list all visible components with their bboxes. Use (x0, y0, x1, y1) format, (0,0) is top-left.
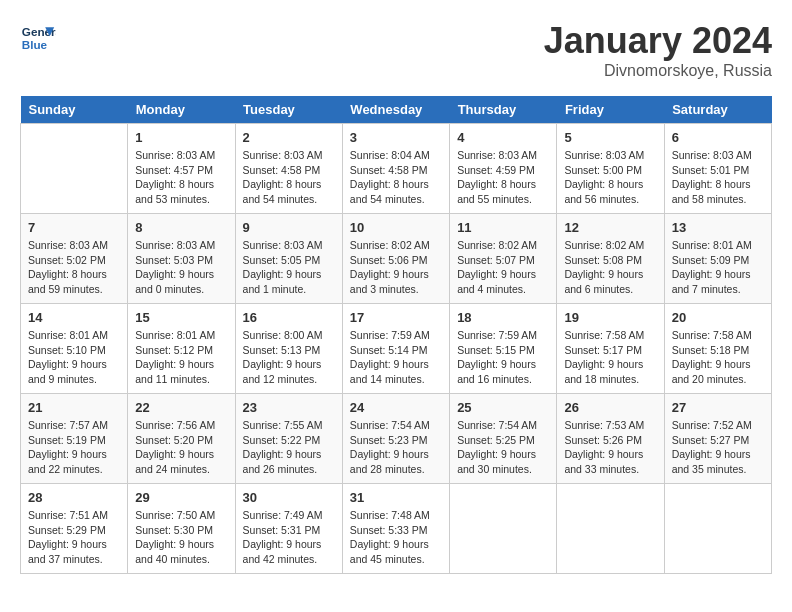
empty-cell (21, 124, 128, 214)
day-number: 24 (350, 400, 442, 415)
day-cell-26: 26Sunrise: 7:53 AMSunset: 5:26 PMDayligh… (557, 394, 664, 484)
day-number: 15 (135, 310, 227, 325)
day-cell-16: 16Sunrise: 8:00 AMSunset: 5:13 PMDayligh… (235, 304, 342, 394)
day-number: 18 (457, 310, 549, 325)
day-number: 31 (350, 490, 442, 505)
day-number: 29 (135, 490, 227, 505)
weekday-header-friday: Friday (557, 96, 664, 124)
weekday-header-thursday: Thursday (450, 96, 557, 124)
day-info: Sunrise: 7:59 AMSunset: 5:15 PMDaylight:… (457, 328, 549, 387)
day-cell-1: 1Sunrise: 8:03 AMSunset: 4:57 PMDaylight… (128, 124, 235, 214)
day-cell-2: 2Sunrise: 8:03 AMSunset: 4:58 PMDaylight… (235, 124, 342, 214)
day-info: Sunrise: 7:51 AMSunset: 5:29 PMDaylight:… (28, 508, 120, 567)
day-cell-4: 4Sunrise: 8:03 AMSunset: 4:59 PMDaylight… (450, 124, 557, 214)
day-info: Sunrise: 7:55 AMSunset: 5:22 PMDaylight:… (243, 418, 335, 477)
day-info: Sunrise: 8:01 AMSunset: 5:09 PMDaylight:… (672, 238, 764, 297)
day-info: Sunrise: 7:54 AMSunset: 5:25 PMDaylight:… (457, 418, 549, 477)
week-row-3: 14Sunrise: 8:01 AMSunset: 5:10 PMDayligh… (21, 304, 772, 394)
day-number: 20 (672, 310, 764, 325)
day-number: 2 (243, 130, 335, 145)
day-info: Sunrise: 8:01 AMSunset: 5:12 PMDaylight:… (135, 328, 227, 387)
day-info: Sunrise: 7:59 AMSunset: 5:14 PMDaylight:… (350, 328, 442, 387)
day-cell-17: 17Sunrise: 7:59 AMSunset: 5:14 PMDayligh… (342, 304, 449, 394)
day-cell-23: 23Sunrise: 7:55 AMSunset: 5:22 PMDayligh… (235, 394, 342, 484)
day-info: Sunrise: 8:03 AMSunset: 5:03 PMDaylight:… (135, 238, 227, 297)
page-header: General Blue January 2024 Divnomorskoye,… (20, 20, 772, 80)
day-cell-24: 24Sunrise: 7:54 AMSunset: 5:23 PMDayligh… (342, 394, 449, 484)
day-cell-22: 22Sunrise: 7:56 AMSunset: 5:20 PMDayligh… (128, 394, 235, 484)
day-info: Sunrise: 7:58 AMSunset: 5:17 PMDaylight:… (564, 328, 656, 387)
day-number: 19 (564, 310, 656, 325)
title-block: January 2024 Divnomorskoye, Russia (544, 20, 772, 80)
day-number: 4 (457, 130, 549, 145)
empty-cell (450, 484, 557, 574)
day-cell-28: 28Sunrise: 7:51 AMSunset: 5:29 PMDayligh… (21, 484, 128, 574)
day-number: 28 (28, 490, 120, 505)
day-number: 13 (672, 220, 764, 235)
day-number: 6 (672, 130, 764, 145)
day-info: Sunrise: 7:56 AMSunset: 5:20 PMDaylight:… (135, 418, 227, 477)
week-row-1: 1Sunrise: 8:03 AMSunset: 4:57 PMDaylight… (21, 124, 772, 214)
day-number: 12 (564, 220, 656, 235)
day-info: Sunrise: 8:02 AMSunset: 5:06 PMDaylight:… (350, 238, 442, 297)
day-cell-13: 13Sunrise: 8:01 AMSunset: 5:09 PMDayligh… (664, 214, 771, 304)
svg-text:Blue: Blue (22, 38, 48, 51)
day-cell-6: 6Sunrise: 8:03 AMSunset: 5:01 PMDaylight… (664, 124, 771, 214)
day-info: Sunrise: 8:02 AMSunset: 5:07 PMDaylight:… (457, 238, 549, 297)
day-info: Sunrise: 8:03 AMSunset: 4:59 PMDaylight:… (457, 148, 549, 207)
day-info: Sunrise: 7:49 AMSunset: 5:31 PMDaylight:… (243, 508, 335, 567)
day-info: Sunrise: 8:03 AMSunset: 5:05 PMDaylight:… (243, 238, 335, 297)
day-info: Sunrise: 7:53 AMSunset: 5:26 PMDaylight:… (564, 418, 656, 477)
day-number: 5 (564, 130, 656, 145)
day-info: Sunrise: 8:04 AMSunset: 4:58 PMDaylight:… (350, 148, 442, 207)
day-cell-15: 15Sunrise: 8:01 AMSunset: 5:12 PMDayligh… (128, 304, 235, 394)
weekday-header-wednesday: Wednesday (342, 96, 449, 124)
empty-cell (557, 484, 664, 574)
weekday-header-monday: Monday (128, 96, 235, 124)
day-info: Sunrise: 7:58 AMSunset: 5:18 PMDaylight:… (672, 328, 764, 387)
day-number: 7 (28, 220, 120, 235)
day-number: 30 (243, 490, 335, 505)
logo: General Blue (20, 20, 56, 56)
day-number: 11 (457, 220, 549, 235)
day-cell-18: 18Sunrise: 7:59 AMSunset: 5:15 PMDayligh… (450, 304, 557, 394)
weekday-header-row: SundayMondayTuesdayWednesdayThursdayFrid… (21, 96, 772, 124)
location: Divnomorskoye, Russia (544, 62, 772, 80)
day-cell-31: 31Sunrise: 7:48 AMSunset: 5:33 PMDayligh… (342, 484, 449, 574)
day-cell-14: 14Sunrise: 8:01 AMSunset: 5:10 PMDayligh… (21, 304, 128, 394)
week-row-4: 21Sunrise: 7:57 AMSunset: 5:19 PMDayligh… (21, 394, 772, 484)
day-info: Sunrise: 8:03 AMSunset: 5:01 PMDaylight:… (672, 148, 764, 207)
day-number: 17 (350, 310, 442, 325)
day-cell-21: 21Sunrise: 7:57 AMSunset: 5:19 PMDayligh… (21, 394, 128, 484)
calendar-body: 1Sunrise: 8:03 AMSunset: 4:57 PMDaylight… (21, 124, 772, 574)
empty-cell (664, 484, 771, 574)
day-cell-7: 7Sunrise: 8:03 AMSunset: 5:02 PMDaylight… (21, 214, 128, 304)
calendar-table: SundayMondayTuesdayWednesdayThursdayFrid… (20, 96, 772, 574)
day-cell-11: 11Sunrise: 8:02 AMSunset: 5:07 PMDayligh… (450, 214, 557, 304)
day-cell-27: 27Sunrise: 7:52 AMSunset: 5:27 PMDayligh… (664, 394, 771, 484)
logo-icon: General Blue (20, 20, 56, 56)
day-cell-29: 29Sunrise: 7:50 AMSunset: 5:30 PMDayligh… (128, 484, 235, 574)
day-cell-10: 10Sunrise: 8:02 AMSunset: 5:06 PMDayligh… (342, 214, 449, 304)
day-number: 10 (350, 220, 442, 235)
day-cell-20: 20Sunrise: 7:58 AMSunset: 5:18 PMDayligh… (664, 304, 771, 394)
week-row-5: 28Sunrise: 7:51 AMSunset: 5:29 PMDayligh… (21, 484, 772, 574)
day-info: Sunrise: 7:52 AMSunset: 5:27 PMDaylight:… (672, 418, 764, 477)
day-number: 16 (243, 310, 335, 325)
day-number: 25 (457, 400, 549, 415)
day-info: Sunrise: 8:03 AMSunset: 4:58 PMDaylight:… (243, 148, 335, 207)
day-info: Sunrise: 7:57 AMSunset: 5:19 PMDaylight:… (28, 418, 120, 477)
day-cell-3: 3Sunrise: 8:04 AMSunset: 4:58 PMDaylight… (342, 124, 449, 214)
weekday-header-tuesday: Tuesday (235, 96, 342, 124)
day-number: 1 (135, 130, 227, 145)
day-cell-12: 12Sunrise: 8:02 AMSunset: 5:08 PMDayligh… (557, 214, 664, 304)
day-cell-30: 30Sunrise: 7:49 AMSunset: 5:31 PMDayligh… (235, 484, 342, 574)
day-info: Sunrise: 7:50 AMSunset: 5:30 PMDaylight:… (135, 508, 227, 567)
day-cell-5: 5Sunrise: 8:03 AMSunset: 5:00 PMDaylight… (557, 124, 664, 214)
day-cell-8: 8Sunrise: 8:03 AMSunset: 5:03 PMDaylight… (128, 214, 235, 304)
weekday-header-sunday: Sunday (21, 96, 128, 124)
day-info: Sunrise: 8:02 AMSunset: 5:08 PMDaylight:… (564, 238, 656, 297)
day-number: 27 (672, 400, 764, 415)
day-number: 8 (135, 220, 227, 235)
day-info: Sunrise: 8:03 AMSunset: 5:00 PMDaylight:… (564, 148, 656, 207)
